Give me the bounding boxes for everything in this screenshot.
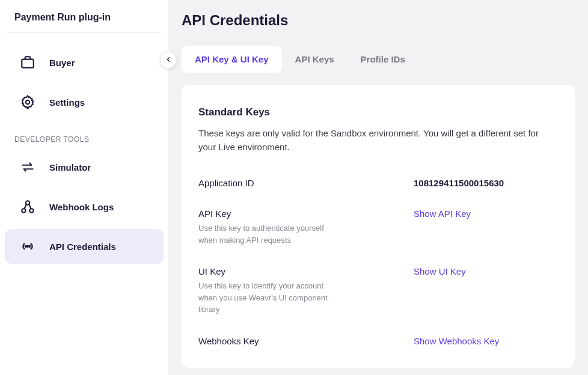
svg-point-3	[29, 209, 34, 213]
svg-point-6	[27, 246, 28, 247]
sidebar-item-label: Webhook Logs	[49, 202, 114, 212]
sidebar-item-api-credentials[interactable]: API Credentials	[5, 229, 164, 264]
application-id-label: Application ID	[198, 178, 402, 188]
sidebar-title: Payment Run plug-in	[0, 12, 168, 32]
page-title: API Credentials	[182, 12, 575, 29]
api-key-row: API Key Use this key to authenticate you…	[198, 209, 558, 246]
show-ui-key-link[interactable]: Show UI Key	[414, 266, 558, 276]
svg-point-2	[22, 209, 26, 213]
api-key-description: Use this key to authenticate yourself wh…	[198, 222, 331, 246]
briefcase-icon	[19, 54, 36, 71]
tabs: API Key & UI Key API Keys Profile IDs	[182, 46, 575, 73]
ui-key-label: UI Key	[198, 266, 402, 276]
ui-key-row: UI Key Use this key to identify your acc…	[198, 266, 558, 316]
sidebar-item-label: Buyer	[49, 58, 75, 68]
svg-rect-0	[22, 59, 34, 68]
svg-point-7	[29, 246, 30, 247]
api-key-label: API Key	[198, 209, 402, 219]
show-webhooks-key-link[interactable]: Show Webhooks Key	[414, 336, 558, 346]
application-id-value: 108129411500015630	[414, 178, 558, 188]
tab-api-key-ui-key[interactable]: API Key & UI Key	[182, 46, 282, 73]
sidebar-item-buyer[interactable]: Buyer	[5, 45, 164, 80]
webhook-icon	[19, 198, 36, 215]
sidebar-item-webhook-logs[interactable]: Webhook Logs	[5, 189, 164, 224]
sidebar: Payment Run plug-in Buyer Settings DEVEL…	[0, 0, 168, 375]
tab-api-keys[interactable]: API Keys	[282, 46, 348, 73]
sidebar-item-settings[interactable]: Settings	[5, 85, 164, 120]
ui-key-description: Use this key to identify your account wh…	[198, 280, 331, 316]
api-icon	[19, 238, 36, 255]
divider	[7, 32, 161, 33]
gear-icon	[19, 94, 36, 111]
collapse-sidebar-button[interactable]	[160, 52, 177, 69]
show-api-key-link[interactable]: Show API Key	[414, 209, 558, 219]
sidebar-item-simulator[interactable]: Simulator	[5, 150, 164, 184]
application-id-row: Application ID 108129411500015630	[198, 178, 558, 188]
sidebar-item-label: API Credentials	[49, 242, 116, 252]
svg-point-5	[25, 246, 26, 247]
swap-icon	[19, 159, 36, 175]
sidebar-item-label: Settings	[49, 97, 85, 108]
credentials-card: Standard Keys These keys are only valid …	[182, 85, 575, 368]
sidebar-section-header: DEVELOPER TOOLS	[0, 124, 168, 150]
sidebar-item-label: Simulator	[49, 162, 91, 172]
tab-profile-ids[interactable]: Profile IDs	[348, 46, 418, 73]
card-title: Standard Keys	[198, 106, 558, 118]
card-description: These keys are only valid for the Sandbo…	[198, 127, 558, 154]
webhooks-key-row: Webhooks Key Show Webhooks Key	[198, 336, 558, 346]
webhooks-key-label: Webhooks Key	[198, 336, 402, 346]
chevron-left-icon	[165, 55, 172, 66]
main-content: API Credentials API Key & UI Key API Key…	[168, 0, 588, 375]
svg-point-1	[26, 100, 30, 105]
